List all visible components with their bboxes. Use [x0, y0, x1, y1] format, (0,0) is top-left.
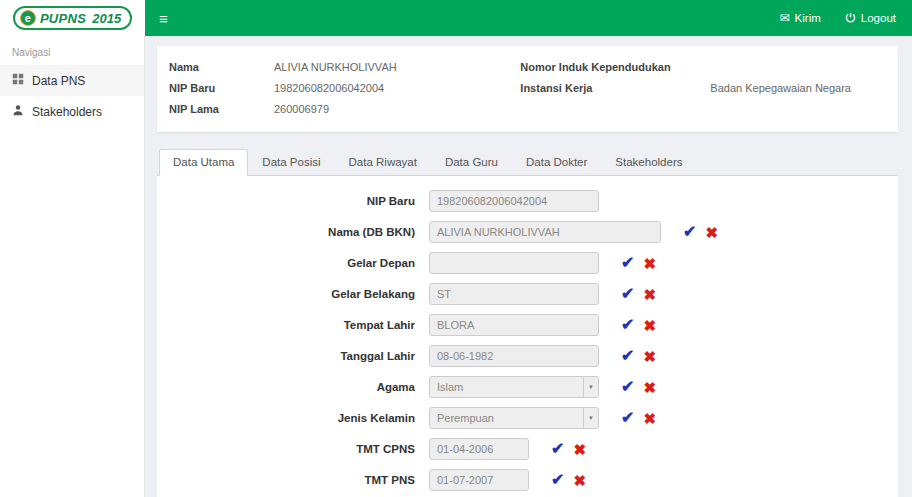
field-label-nama: Nama (DB BKN)	[157, 226, 429, 238]
approve-check-icon[interactable]: ✔	[621, 348, 634, 364]
logo-e-icon: e	[20, 10, 36, 26]
sidebar-item-data-pns[interactable]: Data PNS	[0, 65, 144, 96]
summary-row: NIP Lama 260006979	[169, 99, 520, 120]
gelar-depan-field[interactable]	[429, 252, 599, 274]
reject-x-icon[interactable]: ✖	[573, 473, 586, 488]
summary-value-nama: ALIVIA NURKHOLIVVAH	[274, 57, 397, 78]
reject-x-icon[interactable]: ✖	[573, 442, 586, 457]
form-row-tanggal-lahir: Tanggal Lahir ✔ ✖	[157, 345, 898, 367]
approve-check-icon[interactable]: ✔	[621, 286, 634, 302]
hamburger-menu-icon[interactable]: ≡	[145, 11, 182, 26]
summary-value-nip-lama: 260006979	[274, 99, 329, 120]
jenis-kelamin-selected-value: Perempuan	[430, 412, 583, 424]
tempat-lahir-field[interactable]	[429, 314, 599, 336]
sidebar: Navigasi Data PNS Stakeholders	[0, 36, 145, 497]
form-row-nama: Nama (DB BKN) ✔ ✖	[157, 221, 898, 243]
form-row-nip-baru: NIP Baru	[157, 190, 898, 212]
chevron-down-icon: ▼	[583, 408, 598, 428]
field-label-tmt-pns: TMT PNS	[157, 474, 429, 486]
chevron-down-icon: ▼	[583, 377, 598, 397]
reject-x-icon[interactable]: ✖	[643, 411, 656, 426]
approve-check-icon[interactable]: ✔	[621, 317, 634, 333]
field-label-gelar-belakang: Gelar Belakang	[157, 288, 429, 300]
field-label-agama: Agama	[157, 381, 429, 393]
nama-field[interactable]	[429, 221, 661, 243]
form-row-jenis-kelamin: Jenis Kelamin Perempuan ▼ ✔ ✖	[157, 407, 898, 429]
tab-data-utama[interactable]: Data Utama	[159, 149, 248, 176]
nip-baru-field[interactable]	[429, 190, 599, 212]
main-content: Nama ALIVIA NURKHOLIVVAH NIP Baru 198206…	[145, 36, 912, 497]
tmt-cpns-field[interactable]	[429, 438, 529, 460]
summary-value-nip-baru: 198206082006042004	[274, 78, 384, 99]
summary-row: Instansi Kerja Badan Kepegawaian Negara	[520, 78, 886, 99]
summary-label-nip-lama: NIP Lama	[169, 99, 274, 120]
summary-label-nik: Nomor Induk Kependudukan	[520, 57, 710, 78]
field-label-tmt-cpns: TMT CPNS	[157, 443, 429, 455]
tab-data-guru[interactable]: Data Guru	[431, 149, 512, 176]
summary-row: Nomor Induk Kependudukan	[520, 57, 886, 78]
sidebar-item-stakeholders[interactable]: Stakeholders	[0, 96, 144, 127]
form-row-tmt-pns: TMT PNS ✔ ✖	[157, 469, 898, 491]
brand-area: e PUPNS 2015	[0, 0, 145, 36]
envelope-icon: ✉	[780, 12, 790, 24]
tmt-pns-field[interactable]	[429, 469, 529, 491]
brand-year: 2015	[92, 11, 121, 26]
approve-check-icon[interactable]: ✔	[621, 255, 634, 271]
summary-label-instansi: Instansi Kerja	[520, 78, 710, 99]
top-bar: e PUPNS 2015 ≡ ✉ Kirim Logout	[0, 0, 912, 36]
field-label-jenis-kelamin: Jenis Kelamin	[157, 412, 429, 424]
kirim-button[interactable]: ✉ Kirim	[780, 12, 821, 24]
tanggal-lahir-field[interactable]	[429, 345, 599, 367]
tab-data-dokter[interactable]: Data Dokter	[512, 149, 601, 176]
field-label-gelar-depan: Gelar Depan	[157, 257, 429, 269]
form-row-gelar-depan: Gelar Depan ✔ ✖	[157, 252, 898, 274]
summary-label-nip-baru: NIP Baru	[169, 78, 274, 99]
grid-icon	[12, 73, 24, 88]
tab-data-riwayat[interactable]: Data Riwayat	[335, 149, 431, 176]
summary-value-instansi: Badan Kepegawaian Negara	[710, 78, 851, 99]
employee-summary-card: Nama ALIVIA NURKHOLIVVAH NIP Baru 198206…	[157, 46, 898, 132]
approve-check-icon[interactable]: ✔	[551, 441, 564, 457]
sidebar-title: Navigasi	[0, 36, 144, 65]
summary-row: NIP Baru 198206082006042004	[169, 78, 520, 99]
approve-check-icon[interactable]: ✔	[551, 472, 564, 488]
tab-data-posisi[interactable]: Data Posisi	[248, 149, 334, 176]
gelar-belakang-field[interactable]	[429, 283, 599, 305]
field-label-nip-baru: NIP Baru	[157, 195, 429, 207]
jenis-kelamin-select[interactable]: Perempuan ▼	[429, 407, 599, 429]
reject-x-icon[interactable]: ✖	[643, 318, 656, 333]
agama-selected-value: Islam	[430, 381, 583, 393]
reject-x-icon[interactable]: ✖	[643, 349, 656, 364]
person-icon	[12, 104, 24, 119]
approve-check-icon[interactable]: ✔	[621, 410, 634, 426]
form-row-gelar-belakang: Gelar Belakang ✔ ✖	[157, 283, 898, 305]
form-row-tempat-lahir: Tempat Lahir ✔ ✖	[157, 314, 898, 336]
data-utama-form: NIP Baru Nama (DB BKN) ✔ ✖ Gelar Depan ✔…	[157, 176, 898, 497]
tab-bar: Data Utama Data Posisi Data Riwayat Data…	[157, 149, 898, 176]
logout-button[interactable]: Logout	[845, 12, 896, 25]
sidebar-item-label: Data PNS	[32, 74, 85, 88]
kirim-label: Kirim	[795, 12, 821, 24]
reject-x-icon[interactable]: ✖	[705, 225, 718, 240]
reject-x-icon[interactable]: ✖	[643, 380, 656, 395]
app-logo: e PUPNS 2015	[13, 6, 132, 30]
agama-select[interactable]: Islam ▼	[429, 376, 599, 398]
logout-label: Logout	[861, 12, 896, 24]
sidebar-item-label: Stakeholders	[32, 105, 102, 119]
form-row-agama: Agama Islam ▼ ✔ ✖	[157, 376, 898, 398]
tab-stakeholders[interactable]: Stakeholders	[601, 149, 696, 176]
field-label-tanggal-lahir: Tanggal Lahir	[157, 350, 429, 362]
power-icon	[845, 12, 856, 25]
reject-x-icon[interactable]: ✖	[643, 256, 656, 271]
approve-check-icon[interactable]: ✔	[621, 379, 634, 395]
reject-x-icon[interactable]: ✖	[643, 287, 656, 302]
brand-name: PUPNS	[40, 11, 86, 26]
field-label-tempat-lahir: Tempat Lahir	[157, 319, 429, 331]
summary-label-nama: Nama	[169, 57, 274, 78]
form-row-tmt-cpns: TMT CPNS ✔ ✖	[157, 438, 898, 460]
approve-check-icon[interactable]: ✔	[683, 224, 696, 240]
summary-row: Nama ALIVIA NURKHOLIVVAH	[169, 57, 520, 78]
